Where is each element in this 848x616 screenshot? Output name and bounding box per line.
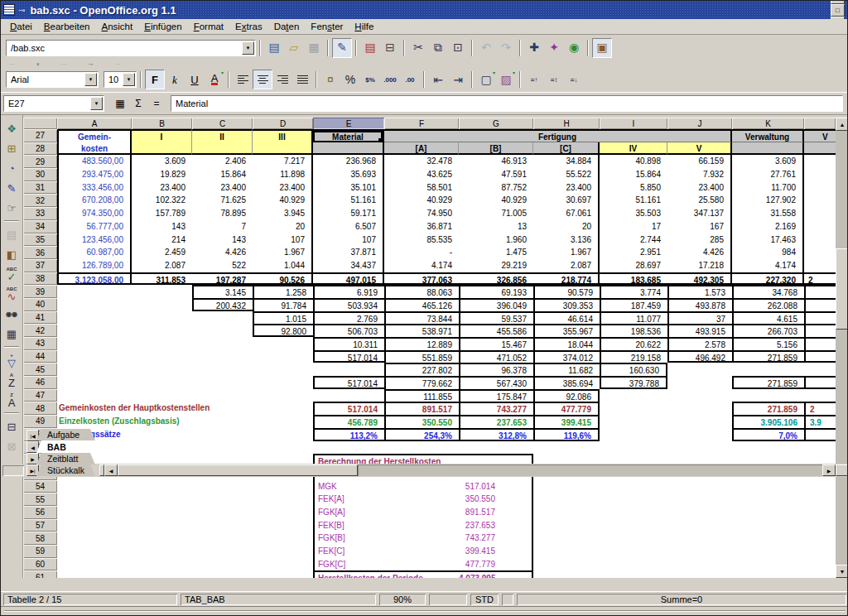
row-header-31[interactable]: 31 bbox=[23, 181, 57, 195]
cell-G59[interactable]: 399.415 bbox=[459, 545, 533, 558]
cell-J36[interactable]: 4.426 bbox=[667, 246, 732, 259]
row-header-45[interactable]: 45 bbox=[23, 363, 57, 376]
cell-H34[interactable]: 20 bbox=[533, 220, 600, 233]
cell-K39[interactable]: 34.768 bbox=[732, 285, 804, 298]
align-justify-button[interactable] bbox=[292, 70, 312, 89]
cell-A35[interactable]: 123.456,00 bbox=[57, 233, 132, 247]
cell-H40[interactable]: 309.353 bbox=[533, 298, 600, 311]
row-header-34[interactable]: 34 bbox=[23, 220, 57, 233]
cell-E28[interactable] bbox=[313, 142, 384, 156]
cell-K44[interactable]: 271.859 bbox=[732, 350, 804, 363]
decrease-indent-button[interactable]: ⇤ bbox=[428, 70, 448, 89]
cell-J40[interactable]: 493.878 bbox=[667, 298, 732, 311]
row-header-38[interactable]: 38 bbox=[23, 272, 57, 286]
row-header-44[interactable]: 44 bbox=[23, 350, 57, 363]
cell-E30[interactable]: 35.693 bbox=[313, 168, 384, 181]
cell-G37[interactable]: 29.219 bbox=[459, 259, 533, 272]
cell-A38[interactable]: 3.123.058,00 bbox=[57, 272, 132, 286]
navigator-icon[interactable]: ✚ bbox=[524, 38, 544, 58]
cell-E56[interactable]: FGK[A] bbox=[313, 506, 459, 519]
function-wizard-button[interactable]: ▦ bbox=[111, 95, 129, 112]
autoformat-icon[interactable]: ◧ bbox=[2, 244, 22, 264]
cell-F28[interactable]: [A] bbox=[384, 142, 459, 156]
cell-A50[interactable]: Zuschlagssätze bbox=[57, 428, 313, 441]
cell-I38[interactable]: 183.685 bbox=[600, 272, 667, 286]
cell-K32[interactable]: 127.902 bbox=[732, 194, 804, 207]
cell-K41[interactable]: 4.615 bbox=[732, 311, 804, 325]
export-pdf-icon[interactable]: ▤ bbox=[360, 38, 380, 58]
name-box-dropdown-icon[interactable]: ▼ bbox=[90, 97, 103, 110]
cell-K37[interactable]: 4.174 bbox=[732, 259, 804, 272]
row-header-48[interactable]: 48 bbox=[23, 402, 57, 415]
data-sources-icon[interactable]: ▦ bbox=[2, 324, 22, 344]
autofilter-icon[interactable]: +▽ bbox=[2, 350, 22, 370]
cell-A49[interactable]: Einzelkosten (Zuschlagsbasis) bbox=[57, 415, 313, 428]
row-header-49[interactable]: 49 bbox=[23, 415, 57, 428]
cell-L27[interactable]: V bbox=[804, 129, 836, 142]
cell-C31[interactable]: 23.400 bbox=[192, 181, 253, 195]
font-name-dropdown-icon[interactable]: ▼ bbox=[84, 73, 97, 86]
cell-C28[interactable] bbox=[192, 142, 253, 156]
font-color-button[interactable]: A▾ bbox=[205, 70, 224, 89]
font-size-dropdown-icon[interactable]: ▼ bbox=[123, 73, 135, 86]
cell-B30[interactable]: 19.829 bbox=[132, 168, 192, 181]
cell-K43[interactable]: 5.156 bbox=[732, 337, 804, 350]
cell-H36[interactable]: 1.967 bbox=[533, 246, 600, 259]
cell-A29[interactable]: 483.560,00 bbox=[57, 155, 132, 168]
cell-I43[interactable]: 20.622 bbox=[600, 337, 667, 350]
cell-E38[interactable]: 497.015 bbox=[313, 272, 384, 286]
menu-item-daten[interactable]: Daten bbox=[268, 20, 306, 33]
row-header-29[interactable]: 29 bbox=[23, 155, 57, 168]
cell-J39[interactable]: 1.573 bbox=[667, 285, 732, 298]
cell-G33[interactable]: 71.005 bbox=[459, 207, 533, 220]
cell-B31[interactable]: 23.400 bbox=[132, 181, 192, 195]
cell-D37[interactable]: 1.044 bbox=[253, 259, 313, 272]
cell-K50[interactable]: 7,0% bbox=[732, 428, 804, 441]
cell-F32[interactable]: 40.929 bbox=[384, 194, 459, 207]
cell-C39[interactable]: 3.145 bbox=[192, 285, 253, 298]
cell-B28[interactable] bbox=[132, 142, 192, 156]
copy-icon[interactable]: ⧉ bbox=[428, 38, 448, 58]
cell-D31[interactable]: 23.400 bbox=[253, 181, 313, 195]
row-header-60[interactable]: 60 bbox=[23, 558, 57, 571]
background-color-button[interactable]: ▨▾ bbox=[496, 70, 516, 89]
row-header-35[interactable]: 35 bbox=[23, 233, 57, 247]
cell-E50[interactable]: 113,2% bbox=[313, 428, 384, 441]
cell-K38[interactable]: 227.320 bbox=[732, 272, 804, 286]
cell-K31[interactable]: 11.700 bbox=[732, 181, 804, 195]
row-header-43[interactable]: 43 bbox=[23, 337, 57, 350]
cell-E58[interactable]: FGK[B] bbox=[313, 532, 459, 545]
cell-K28[interactable] bbox=[732, 142, 804, 156]
align-bottom-button[interactable]: =↓ bbox=[564, 70, 584, 89]
sheet-tab-aufgabe[interactable]: Aufgabe bbox=[36, 429, 95, 440]
open-icon[interactable]: ▱ bbox=[284, 38, 304, 58]
cell-E44[interactable]: 517.014 bbox=[313, 350, 384, 363]
stylist-icon[interactable]: ✦ bbox=[544, 38, 564, 58]
menu-item-ansicht[interactable]: Ansicht bbox=[96, 20, 139, 33]
cell-F39[interactable]: 88.063 bbox=[384, 285, 459, 298]
group-icon[interactable]: ⊟ bbox=[2, 416, 22, 436]
font-size-combobox[interactable]: 10 ▼ bbox=[104, 71, 137, 88]
cell-A30[interactable]: 293.475,00 bbox=[57, 168, 132, 181]
cell-I37[interactable]: 28.697 bbox=[600, 259, 667, 272]
row-header-47[interactable]: 47 bbox=[23, 389, 57, 402]
row-header-32[interactable]: 32 bbox=[23, 194, 57, 207]
cell-I34[interactable]: 17 bbox=[600, 220, 667, 233]
cell-K35[interactable]: 17.463 bbox=[732, 233, 804, 247]
cell-H37[interactable]: 2.087 bbox=[533, 259, 600, 272]
cell-C37[interactable]: 522 bbox=[192, 259, 253, 272]
add-decimal-button[interactable]: .000 bbox=[380, 70, 400, 89]
insert-object-icon[interactable]: ◔ bbox=[2, 158, 22, 178]
cell-A36[interactable]: 60.987,00 bbox=[57, 246, 132, 259]
cell-G49[interactable]: 237.653 bbox=[459, 415, 533, 428]
cell-B35[interactable]: 214 bbox=[132, 233, 192, 247]
cell-G54[interactable]: 517.014 bbox=[459, 480, 533, 493]
window-menu-icon[interactable] bbox=[3, 4, 15, 16]
cell-G44[interactable]: 471.052 bbox=[459, 350, 533, 363]
cell-G36[interactable]: 1.475 bbox=[459, 246, 533, 259]
cell-G29[interactable]: 46.913 bbox=[459, 155, 533, 168]
sheet-tab-zeitblatt[interactable]: Zeitblatt bbox=[36, 453, 95, 464]
cell-E60[interactable]: FGK[C] bbox=[313, 558, 459, 571]
row-header-46[interactable]: 46 bbox=[23, 376, 57, 389]
cell-G32[interactable]: 40.929 bbox=[459, 194, 533, 207]
